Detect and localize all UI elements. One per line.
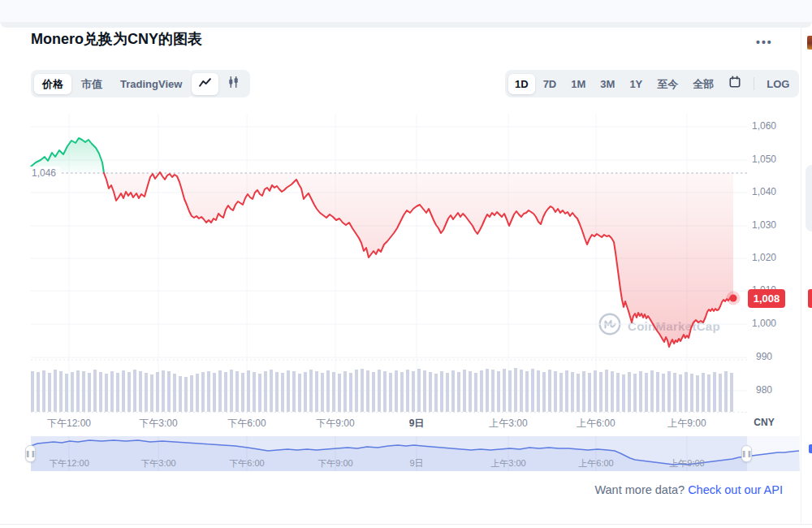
navigator-left-handle[interactable]: ❚❚ (25, 445, 36, 462)
open-price-label: 1,046 (28, 167, 60, 180)
navigator-right-handle[interactable]: ❚❚ (741, 445, 752, 462)
current-price-badge: 1,008 (748, 289, 785, 308)
price-chart-canvas[interactable] (0, 0, 812, 528)
api-promo-row: Want more data? Check out our API (594, 483, 783, 496)
api-promo-text: Want more data? (594, 483, 685, 496)
monero-chart-page: Monero兑换为CNY的图表 ••• 价格 市值 TradingView (0, 0, 812, 528)
api-link[interactable]: Check out our API (688, 483, 783, 496)
